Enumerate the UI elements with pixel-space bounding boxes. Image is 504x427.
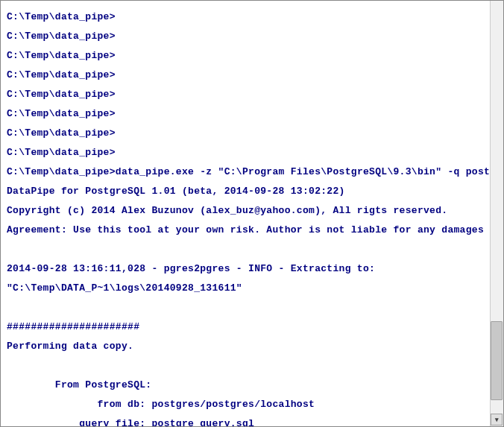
performing-label: Performing data copy. [7, 341, 490, 351]
banner-copyright: Copyright (c) 2014 Alex Buzunov (alex_bu… [7, 206, 490, 215]
from-header: From PostgreSQL: [7, 380, 490, 390]
prompt-line: C:\Temp\data_pipe> [7, 109, 490, 118]
extract-path: "C:\Temp\DATA_P~1\logs\20140928_131611" [7, 283, 490, 293]
prompt-line: C:\Temp\data_pipe> [7, 31, 490, 41]
blank-line [7, 303, 490, 312]
command-line: C:\Temp\data_pipe>data_pipe.exe -z "C:\P… [7, 167, 490, 177]
prompt-line: C:\Temp\data_pipe> [7, 89, 490, 99]
blank-line [7, 361, 490, 370]
terminal-output[interactable]: C:\Temp\data_pipe> C:\Temp\data_pipe> C:… [1, 1, 490, 426]
prompt-line: C:\Temp\data_pipe> [7, 148, 490, 157]
prompt-line: C:\Temp\data_pipe> [7, 12, 490, 22]
from-db: from db: postgres/postgres/localhost [7, 399, 490, 409]
banner-title: DataPipe for PostgreSQL 1.01 (beta, 2014… [7, 186, 490, 196]
scroll-down-arrow[interactable]: ▾ [491, 414, 503, 426]
separator: ###################### [7, 322, 490, 332]
blank-line [7, 244, 490, 254]
banner-agreement: Agreement: Use this tool at your own ris… [7, 225, 490, 235]
scroll-thumb[interactable] [491, 321, 503, 400]
prompt-line: C:\Temp\data_pipe> [7, 51, 490, 60]
vertical-scrollbar[interactable]: ▾ [490, 1, 503, 426]
extract-stamp: 2014-09-28 13:16:11,028 - pgres2pgres - … [7, 264, 490, 273]
prompt-line: C:\Temp\data_pipe> [7, 128, 490, 138]
prompt-line: C:\Temp\data_pipe> [7, 70, 490, 80]
from-queryfile: query file: postgre_query.sql [7, 419, 490, 426]
